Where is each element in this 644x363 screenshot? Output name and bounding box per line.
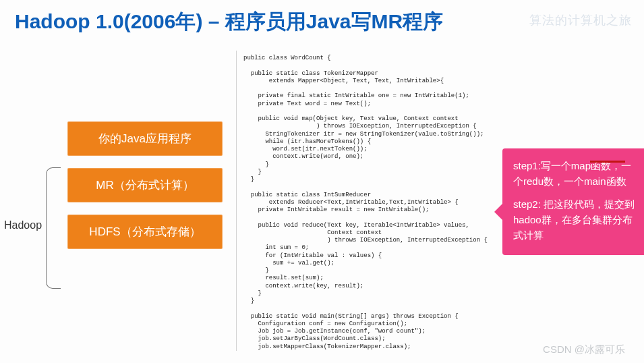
hadoop-bracket-label: Hadoop [4,219,42,231]
box-mr: MR（分布式计算） [67,168,223,202]
top-watermark: 算法的计算机之旅 [529,12,632,28]
box-java-app: 你的Java应用程序 [67,121,223,156]
steps-callout: step1:写一个map函数，一个redu数，一个main函数 step2: 把… [502,148,644,255]
architecture-boxes: 你的Java应用程序 MR（分布式计算） HDFS（分布式存储） [67,121,223,261]
csdn-attribution: CSDN @冰露可乐 [543,343,625,356]
content-area: Hadoop 你的Java应用程序 MR（分布式计算） HDFS（分布式存储） … [0,47,644,363]
step2-text: step2: 把这段代码，提交到hadoo群，在多台集群分布式计算 [513,198,635,242]
step1-text: step1:写一个map函数，一个redu数，一个main函数 [513,160,631,187]
box-hdfs: HDFS（分布式存储） [67,215,223,249]
red-underline-annotation [590,161,625,163]
bracket-icon [46,167,61,289]
wordcount-code: public class WordCount { public static c… [236,51,492,351]
